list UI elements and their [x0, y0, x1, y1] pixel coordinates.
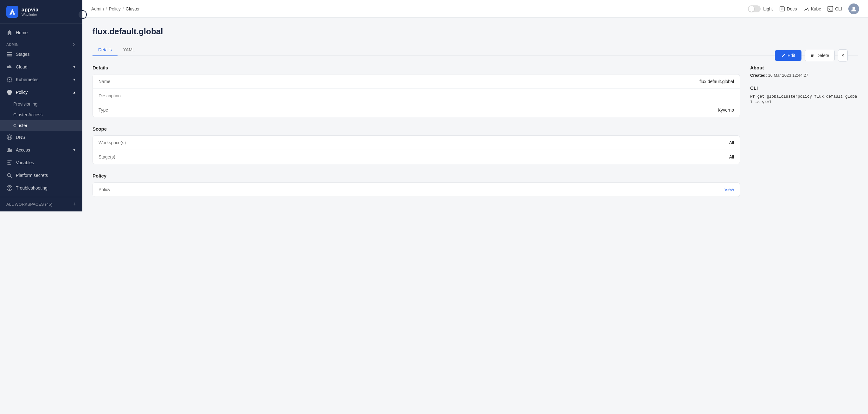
svg-rect-25	[828, 6, 833, 11]
access-chevron-icon: ▼	[72, 148, 76, 152]
toggle-thumb	[749, 6, 754, 12]
logo: appvia Wayfinder ‹	[0, 0, 82, 24]
sidebar-item-variables-label: Variables	[16, 160, 34, 165]
policy-label: Policy	[98, 187, 149, 192]
sidebar-item-cluster-access-label: Cluster Access	[13, 112, 43, 117]
cli-title: CLI	[750, 85, 858, 91]
cli-button[interactable]: CLI	[828, 6, 842, 12]
sidebar-item-kubernetes[interactable]: Kubernetes ▼	[0, 73, 82, 86]
stages-icon	[6, 51, 13, 57]
sidebar-item-platform-secrets-label: Platform secrets	[16, 173, 48, 178]
delete-button[interactable]: Delete	[805, 50, 834, 61]
type-label: Type	[98, 108, 149, 113]
sidebar-item-home[interactable]: Home	[0, 26, 82, 39]
edit-icon	[781, 53, 786, 58]
workspaces-value: All	[149, 140, 734, 145]
sidebar-item-cloud[interactable]: Cloud ▼	[0, 61, 82, 73]
policy-view-link[interactable]: View	[149, 187, 734, 192]
cli-command: wf get globalclusterpolicy flux.default.…	[750, 94, 857, 105]
all-workspaces-button[interactable]: ALL WORKSPACES (45) +	[0, 197, 82, 211]
policy-table: Policy View	[93, 182, 740, 197]
topbar: Admin / Policy / Cluster Light Docs	[82, 0, 868, 18]
details-table: Name flux.default.global Description Typ…	[93, 74, 740, 117]
svg-point-14	[8, 148, 10, 150]
svg-point-15	[10, 149, 12, 151]
sidebar-item-cloud-label: Cloud	[16, 64, 28, 69]
svg-point-6	[9, 79, 10, 80]
name-label: Name	[98, 79, 149, 84]
admin-chevron-icon	[71, 42, 76, 47]
sidebar-item-platform-secrets[interactable]: Platform secrets	[0, 169, 82, 182]
avatar-icon	[851, 6, 857, 12]
svg-rect-2	[7, 52, 12, 53]
close-button[interactable]: ×	[838, 50, 848, 61]
logo-name: appvia	[22, 7, 39, 12]
access-icon	[6, 147, 13, 153]
action-buttons: Edit Delete ×	[775, 50, 848, 61]
breadcrumb-cluster: Cluster	[126, 6, 140, 11]
svg-line-18	[10, 176, 12, 178]
sidebar-item-policy[interactable]: Policy ▲	[0, 86, 82, 98]
tab-yaml[interactable]: YAML	[118, 44, 141, 56]
cli-box: CLI wf get globalclusterpolicy flux.defa…	[750, 85, 858, 105]
theme-toggle-wrap[interactable]: Light	[748, 5, 773, 12]
scope-table: Workspace(s) All Stage(s) All	[93, 135, 740, 164]
sidebar-item-policy-label: Policy	[16, 90, 28, 95]
sidebar-item-dns[interactable]: DNS	[0, 131, 82, 144]
policy-chevron-icon: ▲	[72, 90, 76, 94]
sidebar-item-access[interactable]: Access ▼	[0, 144, 82, 156]
docs-button[interactable]: Docs	[779, 6, 797, 12]
sidebar-item-kubernetes-label: Kubernetes	[16, 77, 39, 82]
appvia-logo-icon	[6, 6, 19, 18]
topbar-right: Light Docs Kube CLI	[748, 3, 859, 14]
scope-row-workspaces: Workspace(s) All	[93, 136, 740, 150]
about-box: About Created: 16 Mar 2023 12:44:27	[750, 65, 858, 78]
cloud-icon	[6, 64, 13, 70]
docs-icon	[779, 6, 785, 12]
theme-toggle[interactable]	[748, 5, 761, 12]
user-avatar[interactable]	[848, 3, 859, 14]
kube-button[interactable]: Kube	[803, 6, 822, 12]
breadcrumb-policy[interactable]: Policy	[109, 6, 121, 11]
sidebar-navigation: Home ADMIN Stages Cloud ▼	[0, 24, 82, 197]
side-panel: About Created: 16 Mar 2023 12:44:27 CLI …	[750, 65, 858, 206]
svg-line-16	[11, 150, 12, 151]
svg-rect-4	[7, 56, 12, 56]
sidebar-admin-section: ADMIN	[0, 39, 82, 48]
edit-button-label: Edit	[787, 53, 795, 58]
kubernetes-chevron-icon: ▼	[72, 78, 76, 82]
sidebar-item-variables[interactable]: Variables	[0, 156, 82, 169]
sidebar-item-provisioning[interactable]: Provisioning	[0, 98, 82, 109]
sidebar-collapse-button[interactable]: ‹	[78, 10, 82, 19]
page-header: flux.default.global Edit Delete ×	[93, 27, 858, 36]
sidebar-item-troubleshooting[interactable]: Troubleshooting	[0, 182, 82, 194]
logo-sub: Wayfinder	[22, 13, 39, 17]
tab-details[interactable]: Details	[93, 44, 118, 56]
created-label: Created:	[750, 73, 767, 78]
edit-button[interactable]: Edit	[775, 50, 802, 61]
breadcrumb-admin[interactable]: Admin	[91, 6, 104, 11]
svg-rect-3	[7, 54, 12, 55]
detail-row-name: Name flux.default.global	[93, 75, 740, 89]
svg-point-20	[9, 189, 10, 190]
sidebar: appvia Wayfinder ‹ Home ADMIN	[0, 0, 82, 414]
sidebar-nav: appvia Wayfinder ‹ Home ADMIN	[0, 0, 82, 211]
detail-row-type: Type Kyverno	[93, 103, 740, 117]
policy-section-title: Policy	[93, 173, 740, 178]
breadcrumb-sep-1: /	[106, 6, 107, 11]
sidebar-item-stages[interactable]: Stages	[0, 48, 82, 61]
scope-section-title: Scope	[93, 126, 740, 131]
close-icon: ×	[841, 53, 844, 58]
sidebar-item-cluster-access[interactable]: Cluster Access	[0, 109, 82, 120]
delete-button-label: Delete	[816, 53, 829, 58]
type-value: Kyverno	[149, 108, 734, 113]
sidebar-item-access-label: Access	[16, 147, 30, 152]
add-workspace-icon[interactable]: +	[72, 201, 76, 208]
kubernetes-icon	[6, 77, 13, 83]
policy-icon	[6, 89, 13, 95]
cli-label: CLI	[835, 6, 842, 11]
description-label: Description	[98, 93, 149, 98]
details-section-title: Details	[93, 65, 740, 70]
sidebar-item-dns-label: DNS	[16, 135, 25, 140]
sidebar-item-cluster[interactable]: Cluster	[0, 120, 82, 131]
